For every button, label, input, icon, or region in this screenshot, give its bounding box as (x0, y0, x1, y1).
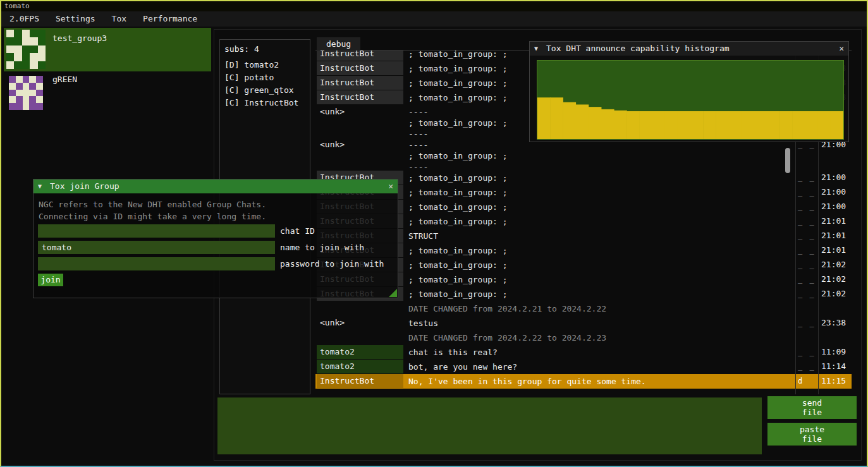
sub-item[interactable]: [C] potato (224, 71, 305, 84)
message-time: 11:15 (821, 374, 846, 388)
join-password-input[interactable] (38, 257, 275, 270)
sender-name: InstructBot (317, 51, 403, 61)
join-group-body: NGC refers to the New DHT enabled Group … (34, 193, 398, 298)
message-flags: _ _ (798, 287, 817, 301)
app-window: tomato 2.0FPSSettingsToxPerformance test… (0, 0, 868, 467)
system-text: DATE CHANGED from 2024.2.22 to 2024.2.23 (408, 331, 792, 343)
group-avatar (9, 76, 43, 110)
sender-name: InstructBot (317, 374, 403, 388)
message-text: bot, are you new here? (408, 360, 792, 372)
message-time: 11:14 (821, 360, 846, 373)
sub-item[interactable]: [D] tomato2 (224, 59, 305, 71)
collapse-arrow-icon[interactable]: ▼ (534, 42, 538, 56)
close-icon[interactable]: ✕ (388, 179, 393, 193)
message-time: 21:00 (821, 185, 846, 199)
join-info-line-2: Connecting via ID might take a very long… (39, 210, 266, 222)
dht-histogram-title: Tox DHT announce capability histogram (546, 44, 730, 53)
menu-item-2-0fps[interactable]: 2.0FPS (1, 11, 47, 27)
group-avatar (6, 30, 46, 69)
message-time: 23:38 (821, 316, 846, 330)
message-flags: _ _ (798, 272, 817, 286)
menu-item-performance[interactable]: Performance (135, 11, 205, 27)
close-icon[interactable]: ✕ (839, 42, 844, 56)
sender-name: InstructBot (317, 76, 403, 90)
message-flags: _ _ (798, 360, 817, 373)
message-flags: _ _ (798, 229, 817, 243)
message-time: 21:01 (821, 243, 846, 257)
message-text: ; tomato_in_group: ; (408, 185, 792, 198)
message-flags: _ _ (798, 214, 817, 228)
menu-item-settings[interactable]: Settings (47, 11, 104, 27)
message-text: chat is this real? (408, 345, 792, 358)
menu-bar: 2.0FPSSettingsToxPerformance (1, 11, 867, 27)
message-row[interactable]: InstructBotNo, I've been in this group f… (315, 374, 852, 389)
join-field-row: tomatoname to join with (38, 241, 395, 254)
message-text: ; tomato_in_group: ; (408, 272, 792, 285)
collapse-arrow-icon[interactable]: ▼ (38, 179, 42, 193)
send-file-button[interactable]: send file (767, 396, 857, 419)
histogram-bars (537, 61, 843, 139)
sender-name: <unk> (317, 105, 403, 119)
menu-item-tox[interactable]: Tox (104, 11, 135, 27)
message-text: ; tomato_in_group: ; (408, 171, 792, 183)
chat-id-label: chat ID (280, 224, 315, 238)
message-time: 21:00 (821, 171, 846, 185)
message-time: 21:02 (821, 272, 846, 286)
subs-list: [D] tomato2[C] potato[C] green_qtox[C] I… (224, 59, 305, 109)
chat-id-input[interactable] (38, 224, 275, 238)
group-name: test_group3 (52, 33, 107, 43)
group-row-test_group3[interactable]: test_group3 (4, 28, 211, 71)
join-button[interactable]: join (38, 274, 63, 286)
sender-name: <unk> (317, 316, 403, 330)
tab-debug[interactable]: debug (317, 37, 360, 51)
join-field-row: chat ID (38, 224, 395, 238)
join-group-titlebar[interactable]: ▼ Tox join Group ✕ (34, 179, 398, 193)
sender-name: tomato2 (317, 345, 403, 359)
message-input[interactable] (217, 397, 762, 454)
dht-histogram-titlebar[interactable]: ▼ Tox DHT announce capability histogram … (530, 42, 848, 56)
subs-header: subs: 4 (224, 43, 305, 56)
system-row[interactable]: DATE CHANGED from 2024.2.22 to 2024.2.23 (315, 331, 852, 345)
join-name-input[interactable]: tomato (38, 241, 275, 254)
resize-grip[interactable] (389, 289, 397, 297)
sub-item[interactable]: [C] green_qtox (224, 84, 305, 97)
message-time: 21:01 (821, 229, 846, 243)
join-group-title: Tox join Group (50, 181, 119, 191)
message-text: ; tomato_in_group: ; (408, 214, 792, 227)
join-password-label: password to join with (280, 257, 384, 270)
message-row[interactable]: <unk>---- ; tomato_in_group: ; ----_ _21… (315, 138, 852, 171)
chat-scrollbar[interactable] (785, 148, 790, 173)
sender-name: InstructBot (317, 61, 403, 75)
message-text: ; tomato_in_group: ; (408, 258, 792, 270)
sender-name: <unk> (317, 138, 403, 152)
message-time: 21:02 (821, 287, 846, 301)
dht-histogram-window: ▼ Tox DHT announce capability histogram … (529, 41, 849, 142)
sender-name: tomato2 (317, 360, 403, 373)
message-text: testus (408, 316, 792, 329)
sender-name: InstructBot (317, 90, 403, 104)
join-group-window: ▼ Tox join Group ✕ NGC refers to the New… (33, 179, 398, 298)
message-time: 11:09 (821, 345, 846, 359)
histogram-chart (537, 60, 844, 140)
message-text: ; tomato_in_group: ; (408, 287, 792, 300)
group-row-gREEN[interactable]: gREEN (4, 73, 211, 109)
message-row[interactable]: <unk>testus_ _23:38 (315, 316, 852, 331)
message-flags: _ _ (798, 200, 817, 214)
paste-file-button[interactable]: paste file (767, 423, 857, 446)
message-text: ; tomato_in_group: ; (408, 243, 792, 256)
sub-item[interactable]: [C] InstructBot (224, 97, 305, 109)
message-text: ---- ; tomato_in_group: ; ---- (408, 138, 792, 172)
message-row[interactable]: tomato2chat is this real?_ _11:09 (315, 345, 852, 360)
message-flags: _ _ (798, 171, 817, 185)
message-flags: _ _ (798, 345, 817, 359)
group-name: gREEN (52, 75, 77, 84)
message-flags: _ _ (798, 316, 817, 330)
join-name-label: name to join with (280, 241, 364, 254)
message-flags: _ _ (798, 258, 817, 272)
join-info-line-1: NGC refers to the New DHT enabled Group … (39, 198, 266, 210)
dht-histogram-body (530, 56, 848, 142)
join-field-row: password to join with (38, 257, 395, 270)
message-text: No, I've been in this group for quite so… (408, 374, 792, 387)
message-row[interactable]: tomato2bot, are you new here?_ _11:14 (315, 360, 852, 374)
system-row[interactable]: DATE CHANGED from 2024.2.21 to 2024.2.22 (315, 301, 852, 316)
